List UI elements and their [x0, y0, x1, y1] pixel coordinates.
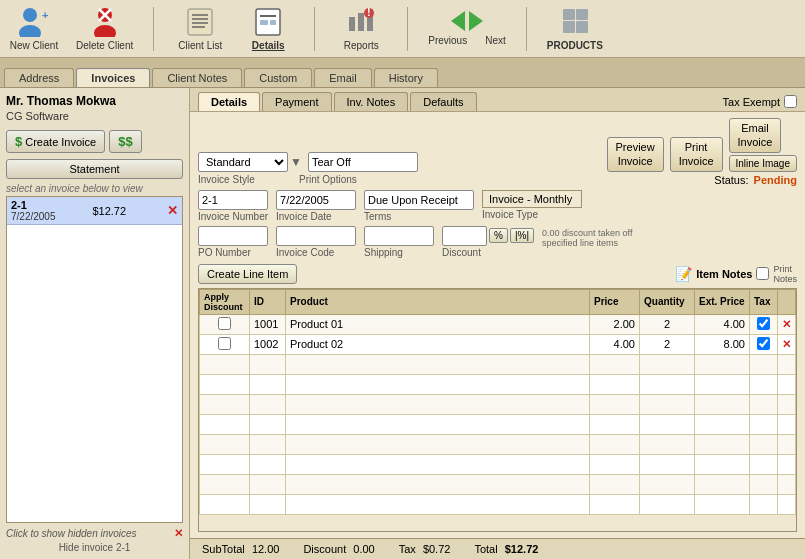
- price-cell: 4.00: [590, 334, 640, 354]
- print-notes-checkbox[interactable]: [756, 267, 769, 280]
- products-button[interactable]: PRODUCTS: [547, 6, 603, 51]
- apply-checkbox[interactable]: [218, 317, 231, 330]
- client-list-button[interactable]: Client List: [174, 6, 226, 51]
- svg-rect-15: [270, 20, 276, 25]
- empty-row: [200, 434, 796, 454]
- col-header-price: Price: [590, 289, 640, 314]
- previous-button[interactable]: [451, 11, 465, 33]
- sub-tabs: Details Payment Inv. Notes Defaults Tax …: [190, 88, 805, 112]
- tax-checkbox[interactable]: [757, 317, 770, 330]
- invoice-number-input[interactable]: [198, 190, 268, 210]
- empty-row: [200, 394, 796, 414]
- email-line1: Email: [741, 121, 769, 135]
- tab-defaults[interactable]: Defaults: [410, 92, 476, 111]
- tab-address[interactable]: Address: [4, 68, 74, 87]
- double-dollar-icon: $$: [118, 134, 132, 149]
- tab-history[interactable]: History: [374, 68, 438, 87]
- nav-group: Previous Next: [428, 11, 505, 46]
- delete-cell[interactable]: ✕: [778, 314, 796, 334]
- print-options-group: [308, 152, 418, 172]
- reports-button[interactable]: ! Reports: [335, 6, 387, 51]
- preview-line1: Preview: [616, 140, 655, 154]
- tax-cell[interactable]: [750, 334, 778, 354]
- preview-invoice-button[interactable]: Preview Invoice: [607, 137, 664, 172]
- tab-payment[interactable]: Payment: [262, 92, 331, 111]
- new-client-button[interactable]: + New Client: [8, 6, 60, 51]
- email-invoice-button[interactable]: Email Invoice: [729, 118, 782, 153]
- invoice-list-item[interactable]: 2-1 7/22/2005 $12.72 ✕: [7, 197, 182, 225]
- dollar-dollar-button[interactable]: $$: [109, 130, 141, 153]
- tab-invoices[interactable]: Invoices: [76, 68, 150, 87]
- empty-row: [200, 474, 796, 494]
- print-invoice-button[interactable]: Print Invoice: [670, 137, 723, 172]
- inv-type-label: Invoice Type: [482, 209, 582, 220]
- total-bar-value: $12.72: [505, 543, 539, 555]
- invoice-style-select[interactable]: Standard Detailed Simple: [198, 152, 288, 172]
- show-hidden-hint: Click to show hidden invoices: [6, 528, 137, 539]
- empty-row: [200, 454, 796, 474]
- shipping-input[interactable]: [364, 226, 434, 246]
- tab-email[interactable]: Email: [314, 68, 372, 87]
- inv-terms-group: Terms: [364, 190, 474, 222]
- percent-button[interactable]: %: [489, 228, 508, 243]
- tax-exempt-checkbox[interactable]: [784, 95, 797, 108]
- tax-checkbox[interactable]: [757, 337, 770, 350]
- invoice-date: 7/22/2005: [11, 211, 56, 222]
- tab-inv-notes[interactable]: Inv. Notes: [334, 92, 409, 111]
- apply-checkbox[interactable]: [218, 337, 231, 350]
- tab-client-notes[interactable]: Client Notes: [152, 68, 242, 87]
- svg-rect-17: [358, 13, 364, 31]
- svg-text:+: +: [42, 9, 48, 21]
- invoice-list: 2-1 7/22/2005 $12.72 ✕: [6, 196, 183, 523]
- invoice-date-input[interactable]: [276, 190, 356, 210]
- subtotal-value: 12.00: [252, 543, 280, 555]
- next-button[interactable]: [469, 11, 483, 33]
- dollar-icon: $: [15, 134, 22, 149]
- po-number-input[interactable]: [198, 226, 268, 246]
- invoice-code-group: Invoice Code: [276, 226, 356, 258]
- po-label: PO Number: [198, 247, 268, 258]
- empty-row: [200, 354, 796, 374]
- tax-cell[interactable]: [750, 314, 778, 334]
- svg-rect-21: [563, 21, 575, 33]
- svg-rect-23: [563, 9, 575, 20]
- discount-note: 0.00 discount taken off specified line i…: [542, 228, 642, 250]
- print-options-label: Print Options: [299, 174, 415, 186]
- discount-input[interactable]: [442, 226, 487, 246]
- reports-label: Reports: [344, 40, 379, 51]
- invoice-terms-input[interactable]: [364, 190, 474, 210]
- dollar-btn[interactable]: |%|: [510, 228, 534, 243]
- create-line-item-button[interactable]: Create Line Item: [198, 264, 297, 284]
- print-options-input[interactable]: [308, 152, 418, 172]
- inv-date-label: Invoice Date: [276, 211, 356, 222]
- sep1: [153, 7, 154, 51]
- inv-type-group: Invoice - Monthly Invoice Type: [482, 190, 582, 220]
- svg-rect-16: [349, 17, 355, 31]
- delete-client-button[interactable]: Delete Client: [76, 6, 133, 51]
- delete-row-icon[interactable]: ✕: [782, 318, 791, 330]
- invoice-code-input[interactable]: [276, 226, 356, 246]
- inline-image-button[interactable]: Inline Image: [729, 155, 797, 172]
- apply-discount-cell[interactable]: [200, 334, 250, 354]
- create-invoice-button[interactable]: $ Create Invoice: [6, 130, 105, 153]
- tab-custom[interactable]: Custom: [244, 68, 312, 87]
- svg-point-0: [23, 8, 37, 22]
- col-header-product: Product: [286, 289, 590, 314]
- details-button[interactable]: Details: [242, 6, 294, 51]
- delete-row-icon[interactable]: ✕: [782, 338, 791, 350]
- invoice-close-icon[interactable]: ✕: [167, 203, 178, 218]
- po-number-group: PO Number: [198, 226, 268, 258]
- invoice-row1: Standard Detailed Simple ▼ Preview Invoi…: [198, 118, 797, 172]
- statement-button[interactable]: Statement: [6, 159, 183, 179]
- invoice-hint: select an invoice below to view: [6, 183, 183, 194]
- tab-details[interactable]: Details: [198, 92, 260, 111]
- apply-discount-cell[interactable]: [200, 314, 250, 334]
- col-header-apply: ApplyDiscount: [200, 289, 250, 314]
- svg-point-4: [94, 25, 116, 37]
- delete-cell[interactable]: ✕: [778, 334, 796, 354]
- sub-tab-group: Details Payment Inv. Notes Defaults: [198, 92, 477, 111]
- col-header-tax: Tax: [750, 289, 778, 314]
- show-hidden-icon[interactable]: ✕: [174, 527, 183, 540]
- total-bar-label: Total: [474, 543, 497, 555]
- discount-bar-value: 0.00: [353, 543, 374, 555]
